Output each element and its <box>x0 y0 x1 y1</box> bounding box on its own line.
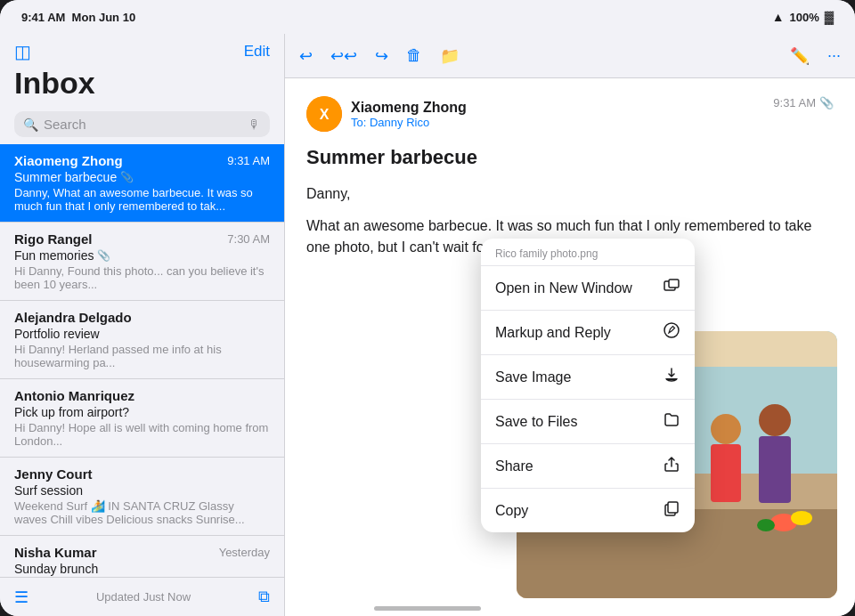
save-files-icon <box>663 410 680 433</box>
sidebar-toggle-button[interactable]: ◫ <box>14 41 31 62</box>
email-sender-6: Nisha Kumar <box>14 545 97 560</box>
search-placeholder: Search <box>44 117 243 132</box>
context-menu-save-image[interactable]: Save Image <box>481 355 695 400</box>
email-time-6: Yesterday <box>219 546 270 559</box>
email-subject-3: Portfolio review <box>14 327 270 341</box>
edit-button[interactable]: Edit <box>244 43 270 61</box>
email-sender-5: Jenny Court <box>14 466 93 482</box>
email-time-2: 7:30 AM <box>227 232 270 246</box>
ipad-screen: 9:41 AM Mon Jun 10 ▲ 100% ▓ ◫ Edit Inbox… <box>0 0 855 616</box>
battery-level: 100% <box>790 11 819 24</box>
status-indicators: ▲ 100% ▓ <box>772 10 834 24</box>
share-icon <box>663 455 680 477</box>
email-subject-6: Sunday brunch <box>14 562 270 576</box>
markup-reply-label: Markup and Reply <box>495 325 611 341</box>
email-preview-1: Danny, What an awesome barbecue. It was … <box>14 186 270 213</box>
context-menu: Rico family photo.png Open in New Window… <box>481 239 695 532</box>
context-menu-share[interactable]: Share <box>481 444 695 489</box>
email-item-2[interactable]: Rigo Rangel 7:30 AM Fun memories 📎 Hi Da… <box>0 223 284 301</box>
email-preview-5: Weekend Surf 🏄 IN SANTA CRUZ Glassy wave… <box>14 499 270 526</box>
email-preview-4: Hi Danny! Hope all is well with coming h… <box>14 421 270 448</box>
open-window-label: Open in New Window <box>495 280 632 296</box>
updated-status: Updated Just Now <box>96 590 191 604</box>
copy-icon <box>663 499 680 522</box>
inbox-title: Inbox <box>0 66 284 108</box>
email-subject-5: Surf session <box>14 483 270 498</box>
svg-point-23 <box>664 323 679 337</box>
context-menu-overlay[interactable]: Rico family photo.png Open in New Window… <box>285 34 855 616</box>
email-item-6[interactable]: Nisha Kumar Yesterday Sunday brunch Hey … <box>0 536 284 577</box>
search-bar[interactable]: 🔍 Search 🎙 <box>14 111 270 137</box>
email-item-3[interactable]: Alejandra Delgado Portfolio review Hi Da… <box>0 301 284 379</box>
context-menu-markup-reply[interactable]: Markup and Reply <box>481 311 695 355</box>
battery-icon: ▓ <box>825 10 834 24</box>
search-icon: 🔍 <box>23 118 38 132</box>
email-sender-4: Antonio Manriquez <box>14 388 134 403</box>
context-menu-filename: Rico family photo.png <box>481 239 695 266</box>
inbox-panel: ◫ Edit Inbox 🔍 Search 🎙 Xiaomeng Zhong 9… <box>0 34 285 616</box>
save-files-label: Save to Files <box>495 414 577 430</box>
detail-panel: ↩ ↩↩ ↪ 🗑 📁 ✏️ ··· <box>285 34 855 616</box>
email-item-5[interactable]: Jenny Court Surf session Weekend Surf 🏄 … <box>0 458 284 536</box>
context-menu-open-window[interactable]: Open in New Window <box>481 266 695 311</box>
open-window-icon <box>663 277 680 299</box>
email-list: Xiaomeng Zhong 9:31 AM Summer barbecue 📎… <box>0 144 284 577</box>
share-label: Share <box>495 458 533 474</box>
status-time: 9:41 AM Mon Jun 10 <box>21 11 135 24</box>
context-menu-copy[interactable]: Copy <box>481 489 695 532</box>
markup-icon <box>663 321 680 344</box>
copy-label: Copy <box>495 503 528 519</box>
email-time-1: 9:31 AM <box>227 154 270 167</box>
filter-icon[interactable]: ☰ <box>14 588 28 607</box>
email-preview-3: Hi Danny! Herland passed me info at his … <box>14 343 270 369</box>
wifi-icon: ▲ <box>772 10 785 24</box>
email-sender-1: Xiaomeng Zhong <box>14 153 123 168</box>
split-view: ◫ Edit Inbox 🔍 Search 🎙 Xiaomeng Zhong 9… <box>0 34 855 616</box>
email-subject-4: Pick up from airport? <box>14 405 270 419</box>
email-subject-2: Fun memories 📎 <box>14 248 270 263</box>
email-subject-1: Summer barbecue 📎 <box>14 170 270 184</box>
email-item-1[interactable]: Xiaomeng Zhong 9:31 AM Summer barbecue 📎… <box>0 144 284 223</box>
context-menu-save-files[interactable]: Save to Files <box>481 400 695 444</box>
inbox-toolbar: ◫ Edit <box>0 34 284 66</box>
email-sender-3: Alejandra Delgado <box>14 310 132 325</box>
inbox-bottom-bar: ☰ Updated Just Now ⧉ <box>0 577 284 616</box>
attachment-icon-2: 📎 <box>97 249 110 262</box>
save-image-icon <box>663 366 680 388</box>
compose-icon[interactable]: ⧉ <box>258 588 270 606</box>
svg-rect-26 <box>668 502 678 513</box>
save-image-label: Save Image <box>495 369 571 385</box>
svg-rect-22 <box>669 280 679 288</box>
microphone-icon[interactable]: 🎙 <box>248 118 261 132</box>
attachment-icon-1: 📎 <box>120 171 134 183</box>
email-sender-2: Rigo Rangel <box>14 231 93 247</box>
email-item-4[interactable]: Antonio Manriquez Pick up from airport? … <box>0 379 284 458</box>
status-bar: 9:41 AM Mon Jun 10 ▲ 100% ▓ <box>0 0 855 34</box>
email-preview-2: Hi Danny, Found this photo... can you be… <box>14 264 270 291</box>
